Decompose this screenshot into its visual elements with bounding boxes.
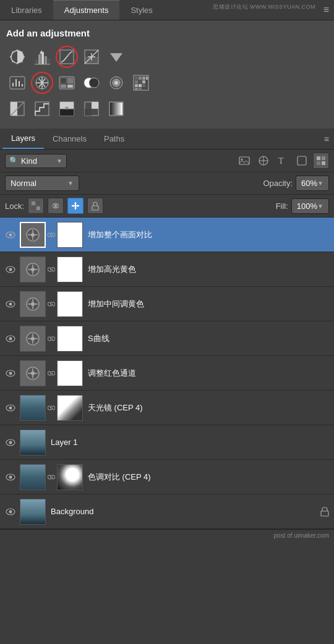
svg-point-107 [31,268,35,271]
channel-mixer-icon[interactable] [130,72,152,94]
posterize-icon[interactable] [31,98,53,120]
svg-point-117 [9,337,12,340]
smart-filter-icon[interactable] [313,153,329,169]
tab-libraries[interactable]: Libraries [0,1,53,20]
svg-rect-140 [321,511,328,516]
photo-filter-icon[interactable] [105,72,127,94]
svg-point-40 [89,78,99,88]
svg-rect-38 [67,85,73,88]
blend-mode-value: Normal [11,179,36,188]
fill-label: Fill: [276,201,288,211]
svg-rect-50 [139,80,142,83]
layer-mask-thumbnail [57,326,83,352]
fill-group: Fill: 100% ▼ [276,198,329,214]
layer-item[interactable]: 色调对比 (CEP 4) [0,460,334,494]
layer-visibility-icon[interactable] [4,436,17,449]
tab-layers[interactable]: Layers [2,129,44,149]
curves-icon[interactable] [56,46,78,68]
svg-point-100 [31,233,35,237]
vibrance-icon[interactable] [6,72,28,94]
lock-pixels-button[interactable] [28,198,44,214]
layer-visibility-icon[interactable] [4,401,17,415]
layer-item[interactable]: Background [0,494,334,529]
color-balance-icon[interactable] [56,72,78,94]
fill-input[interactable]: 100% ▼ [291,198,329,214]
svg-rect-24 [10,77,25,89]
opacity-group: Opacity: 60% ▼ [263,176,329,191]
panel-footer: post of uimaker.com [0,529,334,541]
adjustment-icons-row3 [6,98,328,120]
shape-filter-icon[interactable] [294,153,310,169]
tab-adjustments[interactable]: Adjustments [53,0,120,20]
layer-mask-thumbnail [57,395,83,421]
svg-point-124 [9,371,12,375]
image-filter-icon[interactable] [236,153,252,169]
tab-channels[interactable]: Channels [44,129,95,148]
svg-rect-86 [36,206,40,210]
layer-mask-thumbnail [57,464,83,490]
opacity-input[interactable]: 60% ▼ [296,176,329,191]
levels-icon[interactable] [31,46,53,68]
layer-name: 增加整个画面对比 [85,229,330,240]
layer-name: 调整红色通道 [85,368,330,379]
gradient-map-icon[interactable] [105,98,127,120]
layer-item[interactable]: 调整红色通道 [0,356,334,391]
svg-rect-84 [36,201,40,205]
layer-item[interactable]: Layer 1 [0,425,334,460]
layer-visibility-icon[interactable] [4,470,17,484]
layer-main-thumbnail [20,395,46,421]
layer-visibility-icon[interactable] [4,332,17,345]
tab-paths[interactable]: Paths [95,129,133,148]
layer-visibility-icon[interactable] [4,263,17,276]
text-filter-icon[interactable]: T [275,153,291,169]
layer-item[interactable]: S曲线 [0,321,334,356]
lock-row: Lock: Fill: 100% ▼ [0,195,334,218]
layer-link-icon [47,265,56,274]
layer-mask-thumbnail [57,256,83,282]
svg-rect-49 [135,80,138,83]
fill-val: 100% [297,201,317,211]
layer-visibility-icon[interactable] [4,228,17,242]
layer-link-icon [47,334,56,343]
layer-link-icon [47,300,56,308]
lock-image-button[interactable] [48,198,64,214]
hue-saturation-icon[interactable] [31,72,53,94]
layer-mask-thumbnail [57,291,83,317]
layer-name: 色调对比 (CEP 4) [85,472,330,483]
vibrance-dropdown-icon[interactable] [105,46,127,68]
threshold-icon[interactable] [56,98,78,120]
lock-position-button[interactable] [67,198,84,214]
svg-point-121 [31,337,35,341]
kind-label: Kind [21,156,54,166]
layer-mask-thumbnail [57,222,83,248]
selective-color-icon[interactable] [80,98,103,120]
kind-filter-dropdown[interactable]: 🔍 Kind ▼ [5,154,67,168]
layer-name: 天光镜 (CEP 4) [85,402,330,413]
layer-name: Layer 1 [48,438,330,447]
layer-item[interactable]: 增加中间调黄色 [0,287,334,321]
invert-icon[interactable] [6,98,28,120]
bw-icon[interactable] [80,72,103,94]
layer-visibility-icon[interactable] [4,297,17,311]
tab-styles[interactable]: Styles [119,1,163,20]
fill-arrow: ▼ [317,203,323,210]
layer-item[interactable]: 增加高光黄色 [0,252,334,287]
svg-point-128 [31,371,35,375]
blend-mode-dropdown[interactable]: Normal ▼ [5,176,79,191]
layer-item[interactable]: 天光镜 (CEP 4) [0,391,334,425]
layers-panel-menu-icon[interactable]: ≡ [324,134,329,144]
adjustments-title: Add an adjustment [6,28,328,38]
exposure-icon[interactable] [80,46,103,68]
svg-point-114 [31,302,35,306]
layer-visibility-icon[interactable] [4,366,17,380]
layer-item[interactable]: 增加整个画面对比 [0,218,334,252]
svg-point-134 [9,441,12,444]
layer-name: S曲线 [85,333,330,344]
circle-filter-icon[interactable] [255,153,272,169]
brightness-contrast-icon[interactable] [6,46,28,68]
layer-visibility-icon[interactable] [4,505,17,519]
lock-all-button[interactable] [87,198,103,214]
layer-mask-thumbnail [57,360,83,386]
panel-menu-icon[interactable]: ≡ [323,4,329,15]
svg-point-131 [9,406,12,409]
